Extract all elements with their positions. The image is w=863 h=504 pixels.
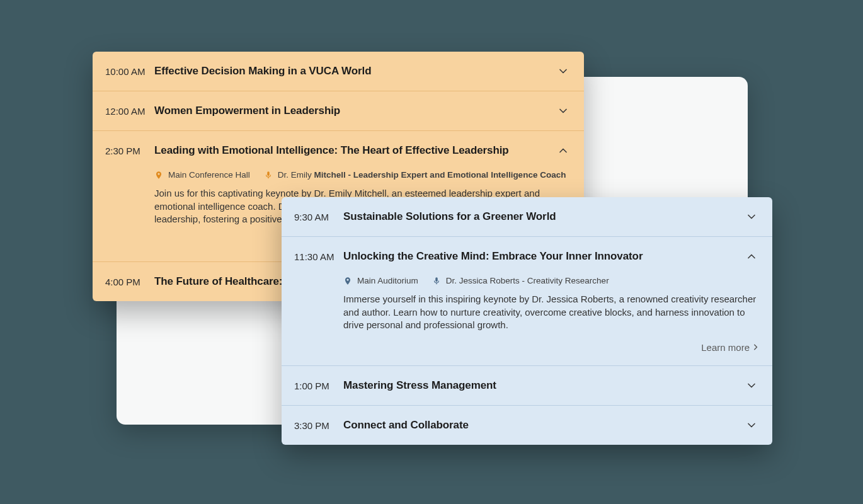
chevron-down-icon bbox=[556, 64, 570, 78]
session-time: 3:30 PM bbox=[294, 420, 343, 431]
location-pin-icon bbox=[343, 277, 352, 285]
speaker-name: Mitchell - Leadership Expert and Emotion… bbox=[314, 170, 566, 180]
schedule-row-toggle[interactable]: 9:30 AM Sustainable Solutions for a Gree… bbox=[282, 197, 772, 236]
session-time: 10:00 AM bbox=[105, 66, 154, 77]
schedule-row: 12:00 AM Women Empowerment in Leadership bbox=[93, 91, 584, 130]
session-time: 9:30 AM bbox=[294, 212, 343, 222]
session-details: Main Auditorium Dr. Jessica Roberts - Cr… bbox=[282, 276, 772, 332]
schedule-row-toggle[interactable]: 12:00 AM Women Empowerment in Leadership bbox=[93, 91, 584, 130]
session-time: 12:00 AM bbox=[105, 106, 154, 117]
chevron-down-icon bbox=[556, 104, 570, 118]
chevron-down-icon bbox=[745, 418, 758, 432]
session-time: 4:00 PM bbox=[105, 277, 154, 287]
schedule-row-toggle[interactable]: 3:30 PM Connect and Collaborate bbox=[282, 406, 772, 445]
session-title: Leading with Emotional Intelligence: The… bbox=[154, 144, 556, 157]
session-meta: Main Conference Hall Dr. Emily Mitchell … bbox=[154, 170, 570, 180]
schedule-row-expanded: 11:30 AM Unlocking the Creative Mind: Em… bbox=[282, 236, 772, 365]
chevron-down-icon bbox=[745, 379, 758, 392]
schedule-row-toggle[interactable]: 10:00 AM Effective Decision Making in a … bbox=[93, 52, 584, 91]
schedule-row: 3:30 PM Connect and Collaborate bbox=[282, 405, 772, 445]
speaker-prefix: Dr. Emily bbox=[278, 170, 314, 180]
session-title: Sustainable Solutions for a Greener Worl… bbox=[343, 210, 745, 223]
session-title: Unlocking the Creative Mind: Embrace You… bbox=[343, 250, 745, 263]
schedule-panel-blue: 9:30 AM Sustainable Solutions for a Gree… bbox=[282, 197, 772, 445]
session-speaker-text: Dr. Jessica Roberts - Creativity Researc… bbox=[446, 276, 609, 285]
schedule-row: 1:00 PM Mastering Stress Management bbox=[282, 365, 772, 405]
session-location-text: Main Auditorium bbox=[357, 276, 418, 285]
session-location: Main Conference Hall bbox=[154, 170, 250, 180]
session-time: 2:30 PM bbox=[105, 146, 154, 156]
chevron-up-icon bbox=[556, 144, 570, 158]
learn-more-label: Learn more bbox=[701, 342, 750, 353]
chevron-right-icon bbox=[753, 342, 758, 353]
session-speaker: Dr. Jessica Roberts - Creativity Researc… bbox=[432, 276, 609, 285]
session-title: Connect and Collaborate bbox=[343, 419, 745, 432]
session-meta: Main Auditorium Dr. Jessica Roberts - Cr… bbox=[343, 276, 758, 285]
session-title: Mastering Stress Management bbox=[343, 379, 745, 392]
schedule-row: 9:30 AM Sustainable Solutions for a Gree… bbox=[282, 197, 772, 236]
microphone-icon bbox=[432, 277, 441, 285]
schedule-row-toggle[interactable]: 11:30 AM Unlocking the Creative Mind: Em… bbox=[282, 237, 772, 276]
session-speaker-text: Dr. Emily Mitchell - Leadership Expert a… bbox=[278, 170, 566, 180]
session-time: 1:00 PM bbox=[294, 381, 343, 391]
chevron-down-icon bbox=[745, 210, 758, 224]
session-speaker: Dr. Emily Mitchell - Leadership Expert a… bbox=[264, 170, 566, 180]
session-location: Main Auditorium bbox=[343, 276, 418, 285]
session-time: 11:30 AM bbox=[294, 251, 343, 262]
microphone-icon bbox=[264, 171, 273, 180]
schedule-row: 10:00 AM Effective Decision Making in a … bbox=[93, 52, 584, 91]
session-location-text: Main Conference Hall bbox=[168, 170, 250, 180]
session-description: Immerse yourself in this inspiring keyno… bbox=[343, 293, 758, 332]
schedule-row-toggle[interactable]: 1:00 PM Mastering Stress Management bbox=[282, 366, 772, 405]
location-pin-icon bbox=[154, 171, 163, 180]
session-title: Effective Decision Making in a VUCA Worl… bbox=[154, 65, 556, 77]
learn-more-link[interactable]: Learn more bbox=[282, 332, 772, 365]
chevron-up-icon bbox=[745, 249, 758, 263]
session-title: Women Empowerment in Leadership bbox=[154, 105, 556, 117]
schedule-row-toggle[interactable]: 2:30 PM Leading with Emotional Intellige… bbox=[93, 131, 584, 170]
